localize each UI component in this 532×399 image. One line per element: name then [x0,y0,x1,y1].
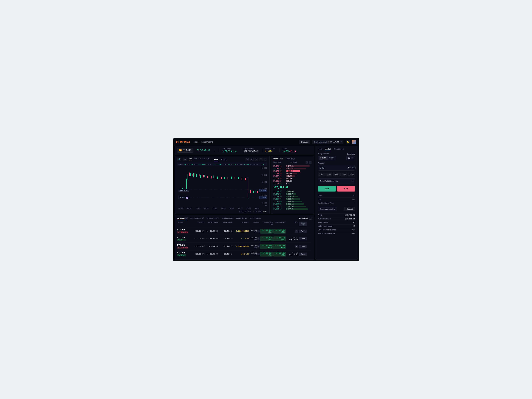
bid-row[interactable]: 27,538.351,442.19 [273,195,312,198]
bid-row[interactable]: 27,523.132,547.32 [273,208,312,210]
pair-selector[interactable]: ₿ BTCUSD [177,148,193,153]
leverage-dropdown[interactable]: 10x ⇆ [347,156,355,160]
tab-historical-pnl[interactable]: Historical P&L [222,217,234,219]
sl-marker[interactable]: SL 4 BTC × [178,196,190,199]
clock-icon[interactable]: ◷ [183,158,187,161]
svg-rect-22 [189,173,190,176]
deposit-button[interactable]: Deposit [299,140,310,144]
oi-value: $12.5M/$15.4M [244,150,258,152]
tab-open-orders[interactable]: Open Orders 0 [190,217,204,219]
indicator-icon[interactable]: ▥ [246,158,249,161]
pct-10[interactable]: 10% [318,173,325,176]
edit-icon[interactable]: ✎ [257,253,260,255]
ordertype-market[interactable]: Market [325,148,331,150]
pct-toggle[interactable]: % [256,210,257,212]
buy-button[interactable]: Buy [318,186,336,191]
pct-100[interactable]: 100% [348,173,355,176]
share-icon[interactable]: ↗ [264,158,267,161]
tf-15m[interactable]: 15M [193,158,197,161]
account-stat-row: Margin Health$0 [318,221,355,224]
zoom-out-button[interactable]: − [306,161,308,164]
svg-rect-34 [245,178,246,180]
close-position-button[interactable]: Close [299,253,307,256]
tpsl-expand[interactable]: Take Profit / Stop Loss ▾ [318,178,355,184]
entry-marker[interactable]: ENTRY 4 BTC [178,189,189,192]
bid-row[interactable]: 27,544.441,000.00 [273,190,312,193]
ask-row[interactable]: 27,558.210.16 [273,182,312,185]
close-position-button[interactable]: Close [299,237,307,241]
edit-icon[interactable]: ✎ [257,245,260,248]
ask-row[interactable]: 27,570.39884.23 [273,172,312,175]
position-row: BTCUSD28x Cross -123.00 BTC 14,456.45 US… [177,235,312,243]
col-fill-price: FILL PRICE [273,161,281,164]
ask-row[interactable]: 27,579.531,547.88 [273,165,312,167]
ordertype-conditional[interactable]: Conditional [334,148,344,150]
tf-1h[interactable]: 1H [198,158,201,161]
tab-order-history[interactable]: Order History [236,217,247,219]
sell-button[interactable]: Sell [337,186,355,191]
nav-trade[interactable]: Trade [193,141,198,143]
tf-1w[interactable]: 1W [207,158,209,161]
all-markets-checkbox[interactable]: ✓ [309,217,312,220]
bid-row[interactable]: 27,541.401,220.73 [273,193,312,195]
gear-icon[interactable]: ⚙ [265,204,267,207]
close-position-button[interactable]: Close [299,230,307,233]
ask-row[interactable]: 27,564.30442.03 [273,177,312,180]
edit-icon[interactable]: ✎ [257,237,260,240]
tab-trade-history[interactable]: Trade History [250,217,261,219]
add-tpsl-button[interactable]: + [295,230,298,233]
link-icon[interactable]: 🔗 [177,158,181,161]
pct-75[interactable]: 75% [341,173,347,176]
pct-25[interactable]: 25% [325,173,332,176]
ask-row[interactable]: 27,561.26221.30 [273,180,312,182]
trading-account-dropdown[interactable]: Trading account: $27,594.09 ▾ [312,140,343,144]
bid-row[interactable]: 27,526.172,326.58 [273,205,312,208]
ask-row[interactable]: 27,576.481,326.42 [273,167,312,170]
edit-icon[interactable]: ✎ [257,230,260,232]
auto-toggle[interactable]: auto [263,210,267,212]
funding-toggle[interactable]: Funding [221,158,228,160]
tf-1m[interactable]: 1M [189,158,192,161]
tf-1d[interactable]: 1D [203,158,205,161]
bid-row[interactable]: 27,532.361,884.39 [273,200,312,203]
add-tpsl-button[interactable]: + [295,245,298,248]
compare-icon[interactable]: ⇄ [250,158,254,161]
pct-50[interactable]: 50% [333,173,340,176]
margin-cross[interactable]: Cross [328,156,335,160]
candlestick-chart[interactable]: 26,210 26,200 26,190 26,180 26,170 26,15… [177,167,267,207]
ordertype-limit[interactable]: Limit [318,148,322,150]
nav-leaderboard[interactable]: Leaderboard [202,141,213,143]
tab-trade-book[interactable]: Trade Book [286,158,295,160]
deposit-button-2[interactable]: Deposit [344,207,355,211]
close-position-button[interactable]: Close [299,245,307,248]
log-toggle[interactable]: Log [258,210,261,212]
ccy-usd[interactable]: USD [352,167,356,169]
x-axis: 09:0010:0011:0012:0013:0014:0015:0016:00… [177,207,267,209]
ccy-btc[interactable]: BTC [348,167,351,169]
bid-row[interactable]: 27,529.222,105.12 [273,203,312,205]
tab-depth-chart[interactable]: Depth Chart [273,158,283,160]
fullscreen-icon[interactable]: ⛶ [259,158,263,161]
zoom-in-button[interactable]: + [309,161,311,164]
positions-panel: Positions 0 Open Orders 0 Position Histo… [175,215,314,260]
avatar[interactable] [352,140,356,144]
logo[interactable]: INFINEX [176,140,190,144]
ohlc-readout: Open: 25,7773.07 High: 28,485.53 Low: 25… [177,163,267,166]
tab-positions[interactable]: Positions 0 [177,217,188,219]
bid-row[interactable]: 27,535.311,662,93 [273,198,312,200]
ask-row[interactable]: 27,573.441,105.69 [273,170,312,172]
close-all-button[interactable]: Close All [299,222,307,226]
ask-row[interactable]: 27,567.35663.49 [273,175,312,177]
svg-rect-6 [186,179,187,189]
tab-position-history[interactable]: Position History [207,217,219,219]
all-markets-filter[interactable]: All Markets [298,217,308,219]
price-toggle[interactable]: Price [214,158,218,160]
gear-icon[interactable]: ⚙ [254,158,258,161]
margin-isolated[interactable]: Isolated [318,156,328,160]
close-icon[interactable]: × [186,197,188,199]
amount-input[interactable] [320,167,348,169]
utc-clock: 05:17:21 UTC [239,210,251,212]
account-selector[interactable]: Trading Account ▾ [318,207,337,211]
slider-icon: ⇆ [352,157,354,159]
bell-icon[interactable]: 🔔 [346,140,350,144]
